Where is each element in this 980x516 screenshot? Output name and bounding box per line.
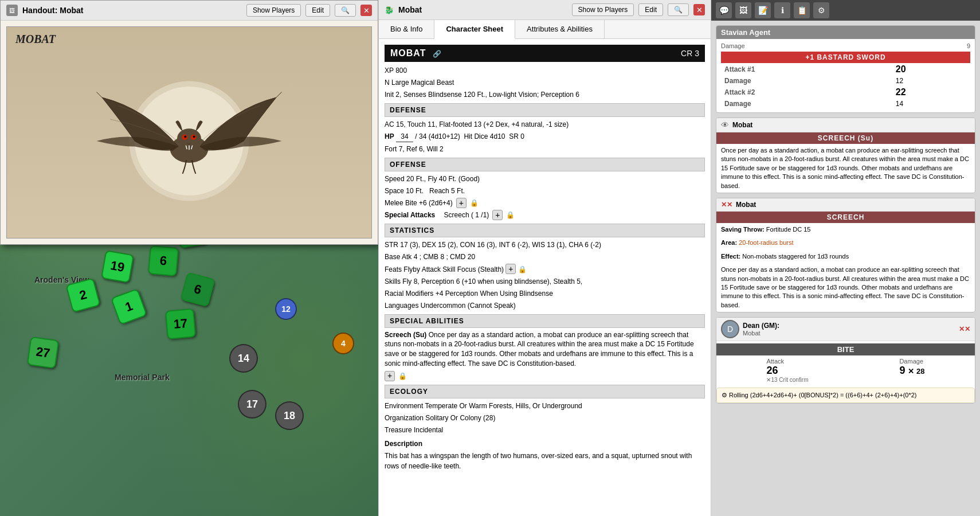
info-icon[interactable]: ℹ xyxy=(774,2,790,18)
creature-header: MOBAT 🔗 CR 3 xyxy=(385,45,705,62)
char-title: Mobat xyxy=(398,5,567,14)
image-icon[interactable]: 🖼 xyxy=(735,2,751,18)
bat-illustration xyxy=(80,55,298,227)
screech-text: Screech (Su) Once per day as a standard … xyxy=(385,330,705,369)
char-panel: 🐉 Mobat Show to Players Edit 🔍 ✕ Bio & I… xyxy=(378,0,711,516)
bab-cmb-cmd-row: Base Atk 4 ; CMB 8 ; CMD 20 xyxy=(385,252,705,262)
ecology-header: ECOLOGY xyxy=(385,385,705,398)
melee-row: Melee Bite +6 (2d6+4) + 🔒 xyxy=(385,198,705,208)
handout-show-players-button[interactable]: Show Players xyxy=(246,4,301,17)
dean-name: Dean (GM): xyxy=(743,322,779,330)
screech-card2-body: SCREECH Saving Throw: Fortitude DC 15 Ar… xyxy=(716,212,975,312)
xx-mark: ✕✕ xyxy=(721,201,732,209)
handout-edit-button[interactable]: Edit xyxy=(305,4,330,17)
text-icon[interactable]: 📝 xyxy=(755,2,771,18)
handout-search-button[interactable]: 🔍 xyxy=(335,4,356,17)
right-toolbar: 💬 🖼 📝 ℹ 📋 ⚙ xyxy=(711,0,980,21)
hp-row: HP 34 / 34 (4d10+12) Hit Dice 4d10 SR 0 xyxy=(385,131,705,142)
screech-add-button[interactable]: + xyxy=(385,371,395,381)
bite-title: BITE xyxy=(716,343,975,355)
dice-token-27[interactable]: 27 xyxy=(27,337,59,369)
dice-token-17[interactable]: 17 xyxy=(165,308,196,339)
space-reach-row: Space 10 Ft. Reach 5 Ft. xyxy=(385,186,705,196)
list-icon[interactable]: 📋 xyxy=(794,2,810,18)
dean-info: Dean (GM): Mobat xyxy=(743,322,779,337)
feats-row: Feats Flyby Attack Skill Focus (Stealth)… xyxy=(385,264,705,275)
screech-body1: Once per day as a standard action, a mob… xyxy=(716,144,975,193)
mobat-header2: ✕✕ Mobat xyxy=(716,198,975,212)
tab-attributes[interactable]: Attributes & Abilities xyxy=(515,20,605,38)
char-tabs: Bio & Info Character Sheet Attributes & … xyxy=(379,20,711,39)
damage-col: Damage 9 ✕ 28 xyxy=(899,358,924,383)
melee-add-button[interactable]: + xyxy=(456,198,467,208)
dean-entity: Mobat xyxy=(743,330,779,337)
special-attacks-add-button[interactable]: + xyxy=(492,210,503,220)
special-attacks-row: Special Attacks Screech ( 1 /1) + 🔒 xyxy=(385,210,705,220)
attack-col: Attack 26 ✕13 Crit confirm xyxy=(766,358,808,383)
dean-xx-mark: ✕✕ xyxy=(959,325,970,333)
racial-mod-row: Racial Modifiers +4 Perception When Usin… xyxy=(385,288,705,299)
sword-title: +1 BASTARD SWORD xyxy=(721,52,970,63)
dean-avatar: D xyxy=(721,320,739,338)
map-area: Senator's Hill Aroden's View Memorial Pa… xyxy=(0,0,378,516)
handout-title: Handout: Mobat xyxy=(22,6,242,15)
mobat-image: MOBAT xyxy=(6,26,372,239)
dean-bite-card: D Dean (GM): Mobat ✕✕ BITE Attack 26 ✕13… xyxy=(716,317,975,404)
circle-token-14[interactable]: 14 xyxy=(229,344,258,373)
handout-close-button[interactable]: ✕ xyxy=(360,5,372,16)
roll-result: ⚙ Rolling (2d6+4+2d6+4)+ (0[BONUS]*2) = … xyxy=(716,388,975,403)
map-label-memorial: Memorial Park xyxy=(115,373,170,382)
screech-title2: SCREECH xyxy=(716,212,975,223)
screech-title1: SCREECH (Su) xyxy=(716,132,975,144)
chat-icon[interactable]: 💬 xyxy=(716,2,732,18)
svg-point-7 xyxy=(193,136,195,138)
stavian-body: Damage 9 +1 BASTARD SWORD Attack #1 20 D… xyxy=(716,39,975,112)
stavian-card: Stavian Agent Damage 9 +1 BASTARD SWORD … xyxy=(716,25,975,113)
dean-header: D Dean (GM): Mobat ✕✕ xyxy=(716,318,975,341)
damage-row: Damage 9 xyxy=(721,42,970,49)
tab-bio[interactable]: Bio & Info xyxy=(379,20,434,38)
circle-token-17b[interactable]: 17 xyxy=(238,390,266,419)
bite-card-body: BITE Attack 26 ✕13 Crit confirm Damage 9… xyxy=(716,343,975,403)
screech-body2: Once per day as a standard action, a mob… xyxy=(716,263,975,312)
xp-row: XP 800 xyxy=(385,65,705,76)
screech-effect: Effect: Non-mobats staggered for 1d3 rou… xyxy=(716,250,975,263)
type-row: N Large Magical Beast xyxy=(385,77,705,88)
attack-table: Attack #1 20 Damage 12 Attack #2 22 Dama… xyxy=(721,63,970,109)
ac-row: AC 15, Touch 11, Flat-footed 13 (+2 Dex,… xyxy=(385,119,705,130)
attack2-row: Attack #2 22 xyxy=(721,86,970,99)
mobat-screech-card2: ✕✕ Mobat SCREECH Saving Throw: Fortitude… xyxy=(716,198,975,312)
defense-header: DEFENSE xyxy=(385,103,705,117)
circle-token-18[interactable]: 18 xyxy=(275,401,304,430)
eye-icon1[interactable]: 👁 xyxy=(721,120,729,130)
melee-lock-icon: 🔒 xyxy=(470,198,479,208)
image-title: MOBAT xyxy=(15,33,56,46)
screech-lock-icon: 🔒 xyxy=(398,371,407,381)
saves-row: Fort 7, Ref 6, Will 2 xyxy=(385,144,705,154)
settings-icon[interactable]: ⚙ xyxy=(813,2,829,18)
init-senses-row: Init 2, Senses Blindsense 120 Ft., Low-l… xyxy=(385,89,705,100)
creature-cr: CR 3 xyxy=(681,49,699,58)
char-search-button[interactable]: 🔍 xyxy=(668,3,689,16)
screech-card1-body: SCREECH (Su) Once per day as a standard … xyxy=(716,132,975,193)
screech-area: Area: 20-foot-radius burst xyxy=(716,236,975,249)
char-close-button[interactable]: ✕ xyxy=(693,4,705,15)
dice-token-6a[interactable]: 6 xyxy=(148,245,179,276)
right-panel: 💬 🖼 📝 ℹ 📋 ⚙ Stavian Agent Damage 9 +1 BA… xyxy=(711,0,980,516)
right-body: Stavian Agent Damage 9 +1 BASTARD SWORD … xyxy=(711,21,980,516)
special-abilities-header: SPECIAL ABILITIES xyxy=(385,314,705,328)
char-body: MOBAT 🔗 CR 3 XP 800 N Large Magical Beas… xyxy=(379,39,711,516)
char-show-to-players-button[interactable]: Show to Players xyxy=(572,3,634,16)
tab-character-sheet[interactable]: Character Sheet xyxy=(434,20,515,39)
handout-panel: 🖼 Handout: Mobat Show Players Edit 🔍 ✕ M… xyxy=(0,0,378,245)
circle-token-12[interactable]: 12 xyxy=(275,298,297,320)
char-header: 🐉 Mobat Show to Players Edit 🔍 ✕ xyxy=(379,0,711,20)
speed-row: Speed 20 Ft., Fly 40 Ft. (Good) xyxy=(385,174,705,184)
dice-token-19[interactable]: 19 xyxy=(101,250,134,283)
description-label: Description xyxy=(385,439,705,449)
stavian-header: Stavian Agent xyxy=(716,26,975,39)
treasure-row: Treasure Incidental xyxy=(385,425,705,435)
char-edit-button[interactable]: Edit xyxy=(638,3,663,16)
circle-token-4[interactable]: 4 xyxy=(332,333,354,354)
feats-add-button[interactable]: + xyxy=(505,264,516,274)
